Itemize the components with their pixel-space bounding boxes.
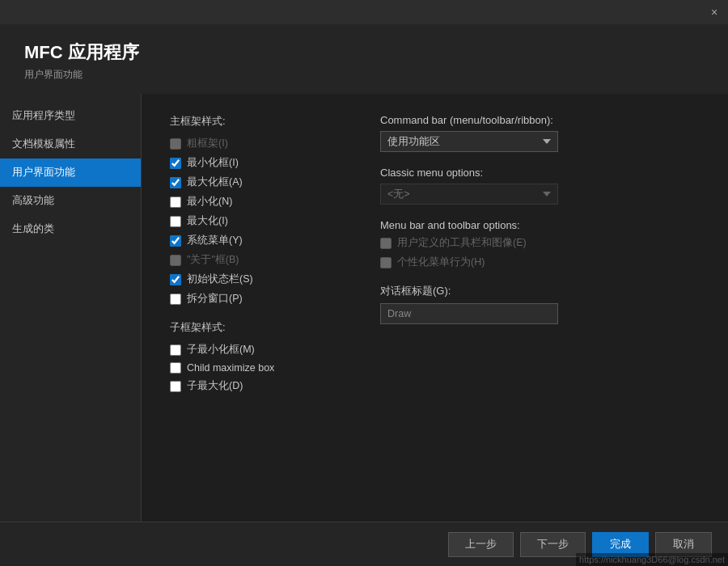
classic-menu-select[interactable]: <无> xyxy=(380,184,558,205)
checkbox-about-box: "关于"框(B) xyxy=(170,253,348,267)
close-button[interactable]: × xyxy=(707,5,722,19)
checkbox-child-maximize-box: Child maximize box xyxy=(170,362,348,374)
checkbox-maximize: 最大化(I) xyxy=(170,214,348,228)
checkbox-minimize-box: 最小化框(I) xyxy=(170,156,348,170)
system-menu-label: 系统菜单(Y) xyxy=(187,234,243,247)
child-maximize-box-label: Child maximize box xyxy=(187,362,274,374)
checkbox-split-window: 拆分窗口(P) xyxy=(170,292,348,306)
main-container: MFC 应用程序 用户界面功能 应用程序类型 文档模板属性 用户界面功能 高级功… xyxy=(0,24,728,566)
checkbox-system-menu: 系统菜单(Y) xyxy=(170,234,348,247)
command-bar-select[interactable]: 使用功能区 使用工具栏 使用菜单栏 xyxy=(380,131,558,152)
prev-button[interactable]: 上一步 xyxy=(448,532,514,557)
child-maximize-box-checkbox[interactable] xyxy=(170,362,181,374)
sidebar-item-advanced[interactable]: 高级功能 xyxy=(0,187,141,215)
personalized-menu-label: 个性化菜单行为(H) xyxy=(397,256,485,269)
watermark: https://nickhuang3D66@log.csdn.net xyxy=(576,553,728,566)
minimize-box-label: 最小化框(I) xyxy=(187,156,239,170)
minimize-checkbox[interactable] xyxy=(170,196,181,208)
user-defined-toolbar-checkbox[interactable] xyxy=(380,238,392,249)
personalized-menu-checkbox[interactable] xyxy=(380,257,392,268)
checkbox-maximize-box: 最大化框(A) xyxy=(170,175,348,189)
checkbox-personalized-menu: 个性化菜单行为(H) xyxy=(380,256,700,269)
titlebar: × xyxy=(0,0,728,24)
sidebar-item-doc-template[interactable]: 文档模板属性 xyxy=(0,130,141,158)
maximize-label: 最大化(I) xyxy=(187,214,228,228)
checkbox-child-maximize: 子最大化(D) xyxy=(170,379,348,393)
sidebar-item-app-type[interactable]: 应用程序类型 xyxy=(0,102,141,130)
child-maximize-checkbox[interactable] xyxy=(170,381,181,392)
minimize-label: 最小化(N) xyxy=(187,195,232,209)
child-maximize-label: 子最大化(D) xyxy=(187,379,243,393)
page-subtitle: 用户界面功能 xyxy=(24,68,704,82)
split-window-label: 拆分窗口(P) xyxy=(187,292,243,306)
maximize-box-label: 最大化框(A) xyxy=(187,175,243,189)
maximize-checkbox[interactable] xyxy=(170,216,181,227)
checkbox-thick-frame: 粗框架(I) xyxy=(170,137,348,150)
main-panel: 主框架样式: 粗框架(I) 最小化框(I) 最大化框(A) xyxy=(142,94,728,522)
child-minimize-box-checkbox[interactable] xyxy=(170,344,181,356)
maximize-box-checkbox[interactable] xyxy=(170,177,181,188)
sidebar-item-ui-features[interactable]: 用户界面功能 xyxy=(0,158,141,187)
child-minimize-box-label: 子最小化框(M) xyxy=(187,343,255,357)
initial-statusbar-label: 初始状态栏(S) xyxy=(187,272,253,286)
sidebar: 应用程序类型 文档模板属性 用户界面功能 高级功能 生成的类 xyxy=(0,94,142,522)
about-box-label: "关于"框(B) xyxy=(187,253,239,267)
menu-toolbar-label: Menu bar and toolbar options: xyxy=(380,219,700,231)
two-col-layout: 主框架样式: 粗框架(I) 最小化框(I) 最大化框(A) xyxy=(170,114,700,399)
command-bar-label: Command bar (menu/toolbar/ribbon): xyxy=(380,114,700,126)
checkbox-minimize: 最小化(N) xyxy=(170,195,348,209)
child-frame-section-label: 子框架样式: xyxy=(170,320,348,335)
thick-frame-label: 粗框架(I) xyxy=(187,137,228,150)
content-area: 应用程序类型 文档模板属性 用户界面功能 高级功能 生成的类 主框架样式: xyxy=(0,94,728,522)
left-column: 主框架样式: 粗框架(I) 最小化框(I) 最大化框(A) xyxy=(170,114,348,399)
classic-menu-label: Classic menu options: xyxy=(380,167,700,179)
checkbox-child-minimize-box: 子最小化框(M) xyxy=(170,343,348,357)
right-column: Command bar (menu/toolbar/ribbon): 使用功能区… xyxy=(380,114,700,399)
checkbox-initial-statusbar: 初始状态栏(S) xyxy=(170,272,348,286)
dialog-title-label: 对话框标题(G): xyxy=(380,284,700,298)
initial-statusbar-checkbox[interactable] xyxy=(170,274,181,285)
sidebar-item-generated-classes[interactable]: 生成的类 xyxy=(0,215,141,243)
header: MFC 应用程序 用户界面功能 xyxy=(0,24,728,94)
system-menu-checkbox[interactable] xyxy=(170,235,181,247)
checkbox-user-defined-toolbar: 用户定义的工具栏和图像(E) xyxy=(380,236,700,250)
thick-frame-checkbox[interactable] xyxy=(170,138,181,150)
minimize-box-checkbox[interactable] xyxy=(170,158,181,169)
about-box-checkbox[interactable] xyxy=(170,255,181,266)
main-frame-section-label: 主框架样式: xyxy=(170,114,348,129)
user-defined-toolbar-label: 用户定义的工具栏和图像(E) xyxy=(397,236,527,250)
split-window-checkbox[interactable] xyxy=(170,294,181,305)
page-title: MFC 应用程序 xyxy=(24,40,704,65)
dialog-title-input[interactable] xyxy=(380,303,558,324)
